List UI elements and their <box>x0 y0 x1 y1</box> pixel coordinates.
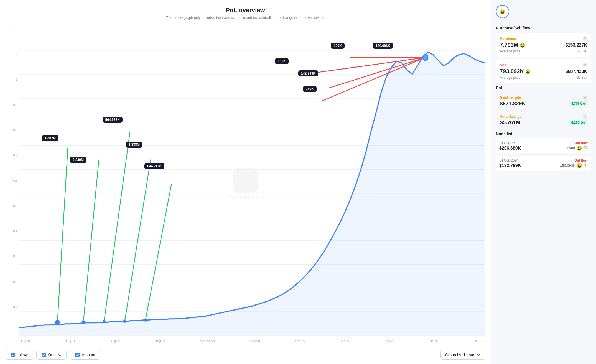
main-panel: PnL overview The below graph only includ… <box>0 0 491 364</box>
unrealized-label: Unrealized gain <box>500 115 524 119</box>
unrealized-help-icon[interactable]: ? <box>583 114 587 119</box>
unrealized-label-row: Unrealized gain ? <box>500 114 587 119</box>
unrealized-block: Unrealized gain ? $5.761M 4.186K% <box>496 112 591 128</box>
outflow-label: Outflow <box>48 353 61 357</box>
node-row2-1: $132.799K 150.093K 🤑 <box>499 163 588 168</box>
chart-x-axis: Aug 04 Aug 11 Aug 18 Aug 25 September Se… <box>19 336 485 346</box>
purchase-main: 7.793M 🤑 $153.227K <box>500 42 587 48</box>
node-eye-1[interactable] <box>583 163 588 168</box>
token-emoji: 🤑 <box>500 9 505 14</box>
sell-label-row: Sell ? <box>500 63 587 67</box>
divider-top <box>496 22 591 22</box>
node-row1-0: 14 Oct, 2024 Out flow <box>499 141 588 145</box>
legend-inflow[interactable]: Inflow <box>6 350 33 360</box>
outflow-checkbox[interactable] <box>42 353 46 357</box>
amount-label: Amount <box>82 353 95 357</box>
node-row2-0: $206.680K 250K 🤑 <box>499 145 588 151</box>
legend-amount[interactable]: Amount <box>70 350 100 360</box>
legend-outflow[interactable]: Outflow <box>36 350 67 360</box>
svg-point-23 <box>103 320 106 323</box>
node-date-0: 14 Oct, 2024 <box>499 141 518 145</box>
svg-line-20 <box>83 160 99 322</box>
node-outflow-0: Out flow <box>574 141 588 145</box>
inflow-label: Inflow <box>17 353 28 357</box>
node-amount-1: $132.799K <box>499 163 521 168</box>
unrealized-main: $5.761M 4.186K% <box>500 119 587 125</box>
svg-line-26 <box>146 184 171 320</box>
svg-point-27 <box>144 318 147 322</box>
group-by-select[interactable]: Group by: 1 hour <box>440 350 485 360</box>
pnl-title: PnL <box>496 86 591 90</box>
node-row1-1: 14 Oct, 2024 Out flow <box>499 158 588 162</box>
bottom-toolbar: Inflow Outflow Amount Group by: 1 hour <box>6 346 485 364</box>
purchase-label: Purchase <box>500 37 516 41</box>
node-list-title: Node list <box>496 132 591 136</box>
right-panel: 🤑 Purchase/Sell flow Purchase ? 7.793M 🤑… <box>491 0 596 364</box>
sell-main: 793.092K 🤑 $687.423K <box>500 68 587 75</box>
svg-point-25 <box>123 319 126 323</box>
unrealized-amount: $5.761M <box>500 119 520 125</box>
purchase-label-row: Purchase ? <box>500 36 587 41</box>
realized-block: Realized gain ? $671.829K 4.308K% <box>496 93 591 109</box>
purchase-amount: 7.793M 🤑 <box>500 42 525 48</box>
node-outflow-1: Out flow <box>574 158 588 162</box>
node-amount-0: $206.680K <box>499 146 521 151</box>
page-subtitle: The below graph only includes the transa… <box>6 16 485 20</box>
sell-usd: $687.423K <box>566 69 587 74</box>
svg-point-33 <box>423 55 428 60</box>
purchase-avg: Average price $0.020 <box>500 49 587 53</box>
amount-checkbox[interactable] <box>75 353 80 357</box>
sell-label: Sell <box>500 63 506 67</box>
node-item-0: 14 Oct, 2024 Out flow $206.680K 250K 🤑 <box>496 138 591 153</box>
realized-main: $671.829K 4.308K% <box>500 101 587 107</box>
realized-help-icon[interactable]: ? <box>583 96 587 100</box>
realized-amount: $671.829K <box>500 101 526 107</box>
page-title: PnL overview <box>6 7 485 14</box>
sell-help-icon[interactable]: ? <box>583 63 587 67</box>
token-avatar: 🤑 <box>496 5 509 18</box>
node-item-1: 14 Oct, 2024 Out flow $132.799K 150.093K… <box>496 156 591 171</box>
realized-label-row: Realized gain ? <box>500 96 587 100</box>
svg-point-19 <box>55 320 60 324</box>
svg-line-22 <box>104 132 130 322</box>
node-eye-0[interactable] <box>583 145 588 151</box>
svg-line-18 <box>57 148 68 322</box>
purchase-help-icon[interactable]: ? <box>583 36 587 41</box>
group-by-label: Group by: 1 hour <box>445 353 474 357</box>
purchase-usd: $153.227K <box>566 43 587 48</box>
svg-point-21 <box>82 321 85 324</box>
node-token-0: 250K 🤑 <box>567 145 588 151</box>
chart-area: SPOTONCHAIN 1.2 1.1 1 0.9 0.8 0.7 0.6 0.… <box>6 25 485 346</box>
node-token-1: 150.093K 🤑 <box>560 163 588 168</box>
node-date-1: 14 Oct, 2024 <box>499 158 518 162</box>
realized-badge: 4.308K% <box>569 101 587 106</box>
sell-avg: Average price $0.867 <box>500 76 587 80</box>
realized-label: Realized gain <box>500 96 521 100</box>
unrealized-badge: 4.186K% <box>569 120 587 125</box>
sell-amount: 793.092K 🤑 <box>500 68 531 75</box>
inflow-checkbox[interactable] <box>11 353 15 357</box>
chart-svg-wrap: 1.407M 3.839M 564.528K 1.338M 644.247K 1… <box>19 27 485 336</box>
sell-block: Sell ? 793.092K 🤑 $687.423K Average pric… <box>496 59 591 83</box>
chart-y-axis: 1.2 1.1 1 0.9 0.8 0.7 0.6 0.5 0.4 0.3 0.… <box>6 25 19 335</box>
purchase-sell-title: Purchase/Sell flow <box>496 26 591 30</box>
purchase-block: Purchase ? 7.793M 🤑 $153.227K Average pr… <box>496 33 591 57</box>
